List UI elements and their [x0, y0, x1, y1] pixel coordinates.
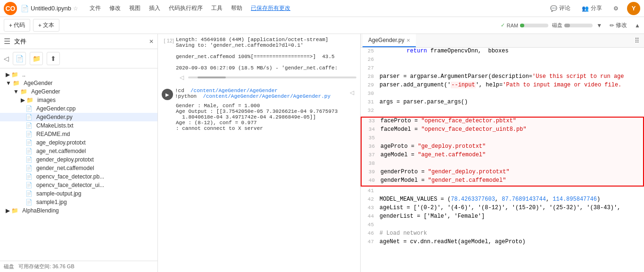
- code-line-40: 40genderModel = "gender_net.caffemodel": [362, 177, 643, 186]
- tree-item-10[interactable]: 📄gender_deploy.prototxt: [0, 155, 157, 164]
- run-button[interactable]: ▶: [162, 89, 173, 100]
- code-editor[interactable]: 25 return frameOpencvDnn, bboxes262728pa…: [361, 48, 644, 272]
- sidebar-icons: ✕: [149, 38, 154, 45]
- line-number-41: 41: [361, 187, 378, 194]
- new-file-button[interactable]: 📄: [13, 52, 26, 65]
- columns-icon[interactable]: ⠿: [632, 37, 642, 44]
- tab-filename: AgeGender.py: [368, 37, 405, 43]
- top-right-actions: 💬 评论 👥 分享 ⚙ Y: [547, 2, 640, 15]
- editor-tabs: AgeGender.py ✕ ⠿: [361, 34, 644, 48]
- tree-item-15[interactable]: 📄sample1.jpg: [0, 198, 157, 206]
- run-command-1: !cd /content/AgeGender/AgeGender: [175, 88, 343, 94]
- tree-item-4[interactable]: 📄AgeGender.cpp: [0, 104, 157, 113]
- scroll-left-icon[interactable]: ◁: [177, 73, 186, 82]
- menu-view[interactable]: 视图: [125, 2, 144, 14]
- tree-item-14[interactable]: 📄sample-output.jpg: [0, 189, 157, 198]
- sidebar: ☰ 文件 ✕ ◁ 📄 📁 ⬆ ▶ 📁..▼ 📁AgeGender▼ 📁AgeGe…: [0, 34, 158, 272]
- upload-button[interactable]: ⬆: [47, 52, 60, 65]
- tree-item-11[interactable]: 📄gender_net.caffemodel: [0, 164, 157, 172]
- menu-help[interactable]: 帮助: [227, 2, 246, 14]
- tree-item-0[interactable]: ▶ 📁..: [0, 70, 157, 79]
- line-number-46: 46: [361, 230, 378, 236]
- toolbar-right: ✓ RAM 磁盘 ▼ ✏ 修改 ▲: [501, 19, 640, 31]
- expand-icon[interactable]: ◁: [347, 88, 356, 97]
- tree-item-5[interactable]: 📄AgeGender.py: [0, 113, 157, 121]
- menu-tools[interactable]: 工具: [207, 2, 226, 14]
- modify-button[interactable]: ✏ 修改: [606, 19, 631, 31]
- line-number-35: 35: [362, 135, 379, 141]
- tree-item-1[interactable]: ▼ 📁AgeGender: [0, 79, 157, 87]
- code-editor-pane: AgeGender.py ✕ ⠿ 25 return frameOpencvDn…: [361, 34, 644, 272]
- code-line-31: 31args = parser.parse_args(): [361, 99, 644, 107]
- split-pane: [ 12] Length: 45649168 (44M) [applicatio…: [158, 34, 644, 272]
- run-output-text: Gender : Male, conf = 1.000 Age Output :…: [176, 103, 358, 131]
- ram-indicator: ✓ RAM: [501, 22, 548, 28]
- menu-insert[interactable]: 插入: [145, 2, 164, 14]
- toolbar-left: + 代码 + 文本: [4, 19, 59, 32]
- avatar[interactable]: Y: [627, 2, 640, 15]
- code-line-33: 33faceProto = "opencv_face_detector.pbtx…: [362, 118, 643, 126]
- menu-bar: 文件 修改 视图 插入 代码执行程序 工具 帮助 已保存所有更改: [86, 2, 294, 14]
- sidebar-header: ☰ 文件 ✕: [0, 34, 157, 49]
- menu-runtime[interactable]: 代码执行程序: [165, 2, 206, 14]
- tree-item-16[interactable]: ▶ 📁AlphaBlending: [0, 206, 157, 215]
- code-line-45: 45: [361, 221, 644, 230]
- tree-item-8[interactable]: 📄age_deploy.prototxt: [0, 138, 157, 147]
- settings-button[interactable]: ⚙: [611, 3, 621, 14]
- star-icon[interactable]: ☆: [73, 5, 78, 12]
- close-icon[interactable]: ✕: [149, 38, 154, 45]
- drive-icon: 📄: [21, 5, 29, 12]
- collapse-sidebar-icon[interactable]: ◁: [4, 55, 9, 62]
- code-line-43: 43ageList = ['(0-2)', '(4-6)', '(8-12)',…: [361, 204, 644, 213]
- tree-item-13[interactable]: 📄opencv_face_detector_ui...: [0, 181, 157, 189]
- content-area: [ 12] Length: 45649168 (44M) [applicatio…: [158, 34, 644, 272]
- code-line-26: 26: [361, 56, 644, 65]
- line-content-44: genderList = ['Male', 'Female']: [378, 213, 644, 220]
- cell-12: [ 12] Length: 45649168 (44M) [applicatio…: [158, 36, 360, 72]
- sidebar-title: 文件: [14, 37, 145, 46]
- menu-edit[interactable]: 修改: [106, 2, 124, 14]
- tree-item-12[interactable]: 📄opencv_face_detector.pb...: [0, 172, 157, 181]
- line-content-39: genderProto = "gender_deploy.prototxt": [379, 169, 643, 175]
- add-code-button[interactable]: + 代码: [4, 19, 30, 32]
- code-line-32: 32: [361, 107, 644, 116]
- line-number-37: 37: [362, 152, 379, 158]
- line-number-38: 38: [362, 160, 379, 166]
- logo: CO: [4, 2, 17, 15]
- comment-icon: 💬: [550, 5, 557, 12]
- scroll-thumb[interactable]: [198, 76, 226, 78]
- tree-item-6[interactable]: 📄CMakeLists.txt: [0, 121, 157, 130]
- line-content-25: return frameOpencvDnn, bboxes: [378, 48, 644, 54]
- run-command-2: !python /content/AgeGender/AgeGender/Age…: [175, 94, 343, 99]
- share-icon: 👥: [582, 5, 589, 12]
- line-number-28: 28: [361, 73, 378, 79]
- line-number-36: 36: [362, 143, 379, 149]
- line-content-42: MODEL_MEAN_VALUES = (78.4263377603, 87.7…: [378, 196, 644, 203]
- tree-item-9[interactable]: 📄age_net.caffemodel: [0, 147, 157, 155]
- line-number-30: 30: [361, 90, 378, 96]
- toolbar: + 代码 + 文本 ✓ RAM 磁盘 ▼ ✏ 修改 ▲: [0, 17, 644, 34]
- share-button[interactable]: 👥 分享: [579, 2, 605, 14]
- tree-item-2[interactable]: ▼ 📁AgeGender: [0, 87, 157, 96]
- disk-label: 磁盘: [552, 22, 562, 29]
- dropdown-arrow-icon[interactable]: ▼: [596, 22, 602, 29]
- disk-indicator: 磁盘: [552, 22, 593, 29]
- add-text-button[interactable]: + 文本: [33, 19, 59, 32]
- tree-item-7[interactable]: 📄README.md: [0, 130, 157, 138]
- run-cell: ▶ !cd /content/AgeGender/AgeGender !pyth…: [158, 86, 360, 100]
- collapse-icon[interactable]: ▲: [635, 22, 640, 29]
- line-number-33: 33: [362, 118, 379, 124]
- tab-agegender-py[interactable]: AgeGender.py ✕: [363, 34, 416, 47]
- comment-button[interactable]: 💬 评论: [547, 2, 573, 14]
- code-line-41: 41: [361, 187, 644, 196]
- sidebar-footer: 磁盘 可用存储空间: 36.76 GB: [0, 261, 157, 272]
- menu-file[interactable]: 文件: [86, 2, 105, 14]
- tree-item-3[interactable]: ▶ 📁images: [0, 96, 157, 104]
- code-line-47: 47ageNet = cv.dnn.readNet(ageModel, ageP…: [361, 238, 644, 247]
- new-folder-button[interactable]: 📁: [30, 52, 43, 65]
- close-tab-icon[interactable]: ✕: [406, 38, 410, 43]
- line-number-44: 44: [361, 213, 378, 219]
- hamburger-icon[interactable]: ☰: [4, 37, 10, 46]
- line-number-39: 39: [362, 169, 379, 175]
- line-content-40: genderModel = "gender_net.caffemodel": [379, 177, 643, 184]
